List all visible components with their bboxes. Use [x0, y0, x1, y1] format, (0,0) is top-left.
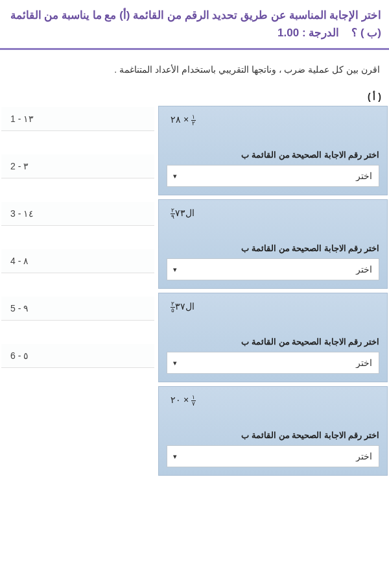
grade-value: 1.00 — [277, 27, 299, 39]
answer-label: اختر رقم الاجابة الصحيحة من القائمة ب — [167, 337, 379, 347]
select-wrapper: اختر▾ — [167, 445, 379, 467]
list-item: 5 - ٩ — [1, 297, 154, 321]
expression: ٢٨ × ١٢ — [167, 113, 379, 128]
select-wrapper: اختر▾ — [167, 352, 379, 374]
grade-label: الدرجة : — [302, 27, 339, 39]
answer-block: اختر رقم الاجابة الصحيحة من القائمة باخت… — [167, 430, 379, 467]
answer-select[interactable]: اختر — [167, 165, 379, 187]
answer-block: اختر رقم الاجابة الصحيحة من القائمة باخت… — [167, 243, 379, 280]
question-card: ٢٩ال٧٣اختر رقم الاجابة الصحيحة من القائم… — [158, 199, 388, 289]
question-header: اختر الإجابة المناسبة عن طريق تحديد الرق… — [0, 0, 389, 50]
select-wrapper: اختر▾ — [167, 258, 379, 280]
answer-block: اختر رقم الاجابة الصحيحة من القائمة باخت… — [167, 337, 379, 374]
matching-area: ( أ ) ٢٨ × ١٢اختر رقم الاجابة الصحيحة من… — [0, 89, 389, 489]
expression: ٢٩ال٧٣ — [167, 206, 379, 221]
list-item: 1 - ١٣ — [1, 107, 154, 131]
column-a-wrapper: ( أ ) ٢٨ × ١٢اختر رقم الاجابة الصحيحة من… — [158, 89, 388, 476]
column-a: ٢٨ × ١٢اختر رقم الاجابة الصحيحة من القائ… — [158, 106, 388, 476]
answer-select[interactable]: اختر — [167, 258, 379, 280]
answer-select[interactable]: اختر — [167, 445, 379, 467]
answer-label: اختر رقم الاجابة الصحيحة من القائمة ب — [167, 150, 379, 160]
list-item: 2 - ٣ — [1, 154, 154, 178]
list-item: 6 - ٥ — [1, 344, 154, 368]
answer-label: اختر رقم الاجابة الصحيحة من القائمة ب — [167, 243, 379, 253]
list-item: 3 - ١٤ — [1, 202, 154, 226]
question-card: ٢٥ال٣٧اختر رقم الاجابة الصحيحة من القائم… — [158, 293, 388, 382]
answer-select[interactable]: اختر — [167, 352, 379, 374]
expression: ٢٥ال٣٧ — [167, 300, 379, 315]
expression: ٢٠ × ١٧ — [167, 393, 379, 408]
question-title: اختر الإجابة المناسبة عن طريق تحديد الرق… — [8, 6, 381, 42]
question-card: ٢٨ × ١٢اختر رقم الاجابة الصحيحة من القائ… — [158, 106, 388, 195]
column-a-header: ( أ ) — [158, 89, 388, 106]
column-b: 1 - ١٣2 - ٣3 - ١٤4 - ٨5 - ٩6 - ٥ — [1, 89, 154, 368]
question-card: ٢٠ × ١٧اختر رقم الاجابة الصحيحة من القائ… — [158, 386, 388, 476]
answer-label: اختر رقم الاجابة الصحيحة من القائمة ب — [167, 430, 379, 440]
answer-block: اختر رقم الاجابة الصحيحة من القائمة باخت… — [167, 150, 379, 187]
list-item: 4 - ٨ — [1, 249, 154, 273]
select-wrapper: اختر▾ — [167, 165, 379, 187]
instruction-text: اقرن بين كل عملية ضرب ، وناتجها التقريبي… — [0, 50, 389, 89]
